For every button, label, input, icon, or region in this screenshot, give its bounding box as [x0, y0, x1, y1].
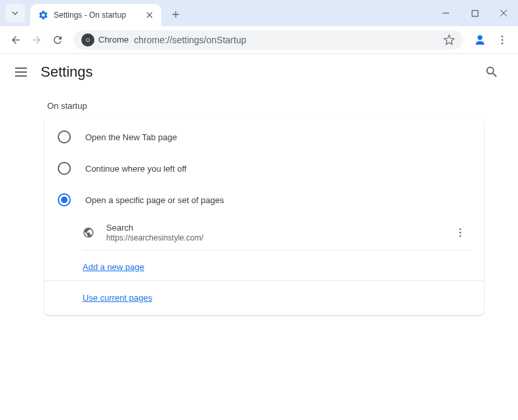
plus-icon	[171, 10, 180, 19]
add-page-link[interactable]: Add a new page	[83, 262, 144, 272]
page-info: Search https://searchesinstyle.com/	[106, 223, 450, 242]
chevron-down-icon	[11, 9, 19, 17]
browser-toolbar: Chrome chrome://settings/onStartup	[0, 26, 518, 54]
back-button[interactable]	[5, 29, 26, 50]
chrome-icon	[81, 33, 94, 47]
tab-search-button[interactable]	[5, 4, 25, 22]
page-url: https://searchesinstyle.com/	[106, 233, 450, 242]
svg-rect-0	[472, 10, 478, 16]
minimize-icon	[442, 9, 450, 17]
startup-options-card: Open the New Tab page Continue where you…	[45, 117, 484, 315]
svg-point-4	[477, 35, 482, 39]
browser-menu-button[interactable]	[492, 29, 513, 50]
reload-icon	[52, 34, 64, 46]
svg-point-7	[502, 42, 504, 44]
option-label: Continue where you left off	[85, 164, 186, 174]
omnibox-chip: Chrome	[98, 35, 129, 45]
profile-icon	[473, 33, 487, 47]
forward-button[interactable]	[26, 29, 47, 50]
svg-point-9	[460, 232, 462, 234]
globe-icon	[83, 227, 94, 239]
new-tab-button[interactable]	[167, 5, 185, 24]
startup-page-item: Search https://searchesinstyle.com/	[83, 216, 471, 250]
option-specific-pages[interactable]: Open a specific page or set of pages	[45, 184, 484, 216]
search-settings-button[interactable]	[479, 59, 505, 85]
window-titlebar: Settings - On startup	[0, 0, 518, 26]
window-controls	[431, 0, 518, 26]
page-name: Search	[106, 223, 450, 233]
svg-point-8	[460, 228, 462, 230]
svg-point-3	[87, 38, 89, 41]
option-label: Open the New Tab page	[85, 132, 177, 142]
option-continue[interactable]: Continue where you left off	[45, 153, 484, 184]
option-new-tab[interactable]: Open the New Tab page	[45, 121, 484, 153]
address-bar[interactable]: Chrome chrome://settings/onStartup	[73, 30, 463, 50]
section-title: On startup	[47, 101, 484, 111]
svg-point-6	[502, 39, 504, 41]
reload-button[interactable]	[47, 29, 68, 50]
radio-unchecked	[58, 130, 71, 143]
bookmark-button[interactable]	[443, 34, 455, 46]
omnibox-url: chrome://settings/onStartup	[134, 35, 441, 45]
radio-checked	[58, 193, 71, 206]
tab-title: Settings - On startup	[54, 10, 144, 20]
kebab-icon	[496, 34, 508, 46]
arrow-right-icon	[31, 34, 43, 46]
maximize-icon	[471, 10, 479, 17]
close-icon	[500, 9, 508, 17]
close-window-button[interactable]	[489, 0, 518, 26]
browser-tab[interactable]: Settings - On startup	[30, 4, 161, 26]
minimize-button[interactable]	[431, 0, 460, 26]
radio-unchecked	[58, 162, 71, 175]
maximize-button[interactable]	[460, 0, 489, 26]
option-label: Open a specific page or set of pages	[85, 195, 224, 205]
use-current-row: Use current pages	[45, 281, 484, 311]
kebab-icon	[454, 227, 466, 239]
settings-content: On startup Open the New Tab page Continu…	[0, 90, 518, 315]
settings-header: Settings	[0, 54, 518, 90]
svg-point-5	[502, 35, 504, 37]
svg-point-10	[460, 235, 462, 237]
arrow-left-icon	[10, 34, 22, 46]
use-current-link[interactable]: Use current pages	[83, 293, 152, 303]
search-icon	[485, 65, 499, 79]
close-icon	[146, 12, 153, 18]
page-title: Settings	[41, 64, 93, 81]
profile-button[interactable]	[471, 31, 489, 49]
star-icon	[443, 34, 455, 46]
hamburger-icon	[15, 67, 27, 69]
close-tab-button[interactable]	[144, 10, 155, 20]
menu-toggle-button[interactable]	[13, 64, 29, 80]
gear-icon	[38, 10, 49, 20]
add-page-row: Add a new page	[45, 250, 484, 281]
page-menu-button[interactable]	[450, 222, 471, 243]
